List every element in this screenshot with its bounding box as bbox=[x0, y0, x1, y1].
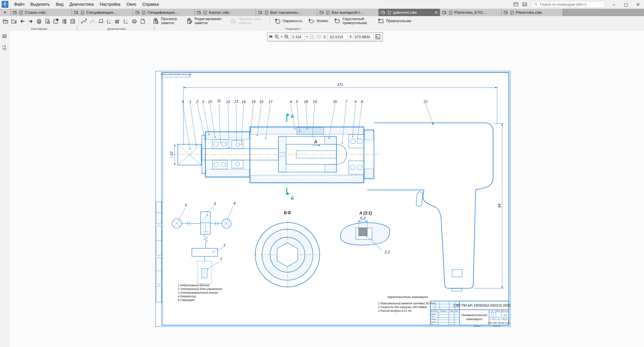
tab-stakan[interactable]: Стакан.cdw bbox=[10, 9, 72, 16]
rounded-rectangle-tool-button[interactable]: Скругленный прямоугольник bbox=[331, 16, 375, 26]
window-layout-icon[interactable] bbox=[512, 1, 520, 8]
coordinate-reset-icon[interactable] bbox=[375, 34, 381, 40]
svg-text:Утв.: Утв. bbox=[431, 323, 434, 325]
ellipse-tool-button[interactable]: Эллипс bbox=[305, 16, 331, 26]
minimize-button[interactable]: – bbox=[608, 0, 620, 9]
menu-help[interactable]: Справка bbox=[139, 0, 162, 9]
document-tree-button[interactable] bbox=[60, 17, 68, 26]
print-preview-button[interactable] bbox=[43, 17, 52, 26]
open-document-button[interactable] bbox=[1, 17, 10, 26]
svg-text:Дата: Дата bbox=[455, 310, 459, 312]
menu-view[interactable]: Вид bbox=[53, 0, 66, 9]
window-send-icon bbox=[12, 10, 17, 15]
menu-file[interactable]: Файл bbox=[11, 0, 28, 9]
zoom-value[interactable]: 0.334 bbox=[291, 34, 305, 40]
document-icon bbox=[387, 10, 391, 15]
menu-bar: К Файл Выделить Вид Диагностика Настройк… bbox=[0, 0, 644, 9]
x-coordinate-label: X bbox=[323, 35, 326, 39]
back-button[interactable] bbox=[18, 17, 26, 26]
toolbar-separator bbox=[148, 17, 149, 25]
fit-page-icon[interactable] bbox=[309, 34, 315, 40]
print-button[interactable] bbox=[35, 17, 43, 26]
close-button[interactable]: ✕ bbox=[632, 0, 644, 9]
svg-text:Формат A1: Формат A1 bbox=[493, 325, 500, 327]
measure-area-button[interactable]: ? bbox=[97, 17, 105, 26]
svg-text:Изм.: Изм. bbox=[431, 310, 434, 312]
window-send-icon bbox=[442, 10, 447, 15]
zoom-area-caret[interactable]: ▾ bbox=[281, 35, 282, 38]
new-tab-button[interactable]: + bbox=[0, 9, 10, 16]
svg-text:№ докум.: № докум. bbox=[440, 310, 446, 312]
measure-curve-button[interactable] bbox=[80, 17, 88, 26]
zoom-scale-icon[interactable] bbox=[284, 34, 289, 40]
tab-label: Корпус.cdw bbox=[209, 10, 254, 14]
copy-properties-button[interactable] bbox=[139, 17, 147, 26]
svg-text:4: 4 bbox=[233, 201, 235, 205]
properties-list-button[interactable] bbox=[68, 17, 77, 26]
svg-text:?: ? bbox=[126, 19, 127, 22]
detail-view-a: А (3:1) 6,2 2,2 bbox=[340, 211, 390, 254]
measure-corner-button[interactable]: ? bbox=[105, 17, 113, 26]
y-coordinate-value[interactable]: 670.8836 bbox=[354, 34, 374, 40]
zoom-value-caret[interactable]: ▾ bbox=[306, 35, 308, 38]
svg-text:2: 2 bbox=[223, 243, 225, 247]
search-input[interactable] bbox=[539, 2, 603, 7]
zoom-area-icon[interactable] bbox=[274, 34, 280, 40]
tab-gaikovert-active[interactable]: gaikovert.cdw ✕ bbox=[379, 9, 440, 16]
clipboard-pencil-icon bbox=[186, 18, 193, 24]
measure-hatch-button[interactable]: ? bbox=[113, 17, 122, 26]
title-block: СФУ ПИ.БР-19050062-050216 000080 Пневмат… bbox=[430, 301, 511, 327]
tab-val-torsionny[interactable]: Вал торсионны... bbox=[256, 9, 317, 16]
circle-tool-label: Окружность bbox=[283, 19, 302, 23]
svg-text:11: 11 bbox=[217, 99, 221, 103]
tab-planirovka[interactable]: Planirovka.cdw bbox=[501, 9, 563, 16]
rounded-rectangle-tool-label: Скругленный прямоугольник bbox=[342, 17, 372, 25]
mass-properties-button[interactable] bbox=[130, 17, 139, 26]
measure-coordinate-button[interactable]: ? bbox=[122, 17, 130, 26]
document-icon bbox=[203, 10, 207, 15]
drawing-canvas[interactable]: СФУ ПИ.БР-19050062-050216 000080 bbox=[155, 71, 511, 327]
section-mark-bottom: Б bbox=[291, 196, 294, 201]
svg-text:6: 6 bbox=[355, 100, 357, 104]
technical-notes: Характеристики гайковерта 1 Максимальный… bbox=[378, 295, 435, 312]
edit-notes-button[interactable]: Редактирование заметок bbox=[183, 16, 227, 26]
rectangle-tool-button[interactable]: Прямоугольник bbox=[375, 16, 414, 26]
svg-text:?: ? bbox=[94, 20, 95, 23]
maximize-button[interactable]: ▢ bbox=[620, 0, 632, 9]
tab-specification-1[interactable]: Спецификация... bbox=[72, 9, 133, 16]
pneumatic-schematic: 5 3 4 2 1 bbox=[172, 201, 235, 284]
menu-window[interactable]: Окно bbox=[123, 0, 139, 9]
x-coordinate-value[interactable]: -52.5119 bbox=[327, 34, 347, 40]
menu-diagnostics[interactable]: Диагностика bbox=[66, 0, 97, 9]
view-notes-button[interactable]: Просмотр заметок bbox=[150, 16, 183, 26]
layout-toggle-button[interactable]: 1 2 bbox=[2, 44, 7, 52]
window-send-icon bbox=[258, 10, 263, 15]
svg-text:5 Гайковерт: 5 Гайковерт bbox=[178, 298, 195, 302]
tab-label: Planirovka_ETO.... bbox=[454, 10, 499, 14]
command-search[interactable] bbox=[532, 1, 605, 8]
layers-icon[interactable] bbox=[316, 34, 322, 40]
tab-korpus[interactable]: Корпус.cdw bbox=[195, 9, 256, 16]
menu-settings[interactable]: Настройка bbox=[97, 0, 124, 9]
svg-text:1: 1 bbox=[220, 257, 222, 261]
circle-tool-button[interactable]: Окружность bbox=[272, 16, 305, 26]
measure-spline-button[interactable]: ? bbox=[88, 17, 97, 26]
grip-dots-icon[interactable] bbox=[269, 36, 273, 38]
screenshot-icon[interactable] bbox=[520, 1, 529, 8]
window-zoom-icon bbox=[230, 18, 236, 24]
svg-text:19: 19 bbox=[313, 100, 317, 104]
import-document-button[interactable] bbox=[10, 17, 18, 26]
detail-arrow-label: А bbox=[314, 140, 317, 144]
tab-planirovka-eto[interactable]: Planirovka_ETO.... bbox=[440, 9, 501, 16]
panels-menu-button[interactable] bbox=[2, 34, 7, 40]
document-tabbar: + Стакан.cdw Спецификация... Сепцификаци… bbox=[0, 9, 644, 16]
new-window-button[interactable] bbox=[52, 17, 60, 26]
tab-val-vyhodnoy[interactable]: Вал выходной.c... bbox=[317, 9, 379, 16]
tab-specification-2[interactable]: Сепцификация.... bbox=[133, 9, 195, 16]
menu-select[interactable]: Выделить bbox=[28, 0, 53, 9]
app-logo-icon[interactable]: К bbox=[2, 1, 8, 8]
svg-text:4: 4 bbox=[290, 100, 292, 104]
forward-button[interactable] bbox=[26, 17, 35, 26]
tab-close-icon[interactable]: ✕ bbox=[433, 10, 438, 15]
show-notes-window-button[interactable]: Показать окно заметок bbox=[227, 16, 269, 26]
